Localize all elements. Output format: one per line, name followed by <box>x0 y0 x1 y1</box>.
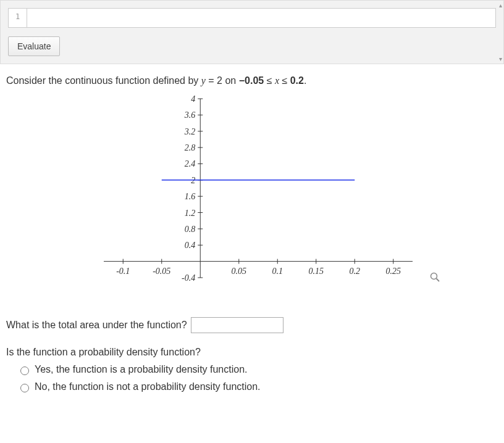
chart: -0.40.40.81.21.622.42.83.23.64-0.1-0.050… <box>79 93 425 302</box>
code-input[interactable] <box>27 8 496 28</box>
leq2: ≤ <box>282 75 290 86</box>
svg-text:0.8: 0.8 <box>185 225 196 234</box>
svg-text:0.05: 0.05 <box>232 267 247 276</box>
svg-text:0.1: 0.1 <box>272 267 284 276</box>
radio-yes-label: Yes, the function is a probability densi… <box>35 364 248 375</box>
svg-text:4: 4 <box>191 94 195 104</box>
zoom-icon[interactable] <box>430 272 440 284</box>
evaluate-button[interactable]: Evaluate <box>8 36 60 56</box>
svg-text:3.6: 3.6 <box>184 110 196 120</box>
code-row: 1 <box>8 8 496 28</box>
svg-text:1.2: 1.2 <box>185 209 196 218</box>
content-area: Consider the continuous function defined… <box>0 64 504 405</box>
leq1: ≤ <box>267 75 275 86</box>
svg-text:0.4: 0.4 <box>185 241 196 250</box>
svg-text:0.25: 0.25 <box>386 267 401 276</box>
svg-text:-0.1: -0.1 <box>116 267 130 276</box>
svg-text:-0.05: -0.05 <box>153 267 170 276</box>
x-var: x <box>275 75 279 86</box>
prompt-prefix: Consider the continuous function defined… <box>6 75 201 86</box>
prompt-on: on <box>225 75 238 86</box>
svg-text:0.15: 0.15 <box>309 267 324 276</box>
svg-line-40 <box>437 279 440 282</box>
domain-lo: −0.05 <box>239 75 264 86</box>
line-number: 1 <box>8 8 27 28</box>
eq-y: y <box>201 75 206 86</box>
radio-yes[interactable] <box>20 366 29 375</box>
svg-text:0.2: 0.2 <box>350 267 361 276</box>
svg-text:1.6: 1.6 <box>185 192 196 201</box>
code-panel: ▴ 1 Evaluate ▾ <box>0 0 504 64</box>
pdf-question-text: Is the function a probability density fu… <box>6 347 498 358</box>
chart-svg: -0.40.40.81.21.622.42.83.23.64-0.1-0.050… <box>79 93 425 302</box>
svg-text:2.4: 2.4 <box>185 159 196 168</box>
area-question-row: What is the total area under the functio… <box>6 317 498 333</box>
prompt-text: Consider the continuous function defined… <box>6 75 498 86</box>
area-question-text: What is the total area under the functio… <box>6 320 187 331</box>
svg-text:3.2: 3.2 <box>184 127 196 136</box>
scroll-up-icon[interactable]: ▴ <box>499 2 502 9</box>
scroll-down-icon[interactable]: ▾ <box>499 56 502 62</box>
period: . <box>304 75 306 86</box>
radio-no-label: No, the function is not a probability de… <box>35 381 261 392</box>
eq-mid: = 2 <box>206 75 222 86</box>
area-input[interactable] <box>191 317 284 333</box>
radio-no[interactable] <box>20 384 29 392</box>
radio-no-row[interactable]: No, the function is not a probability de… <box>17 381 498 392</box>
svg-point-39 <box>431 273 437 279</box>
svg-text:2.8: 2.8 <box>185 143 196 152</box>
domain-hi: 0.2 <box>290 75 304 86</box>
radio-yes-row[interactable]: Yes, the function is a probability densi… <box>17 364 498 375</box>
svg-text:-0.4: -0.4 <box>182 273 195 283</box>
